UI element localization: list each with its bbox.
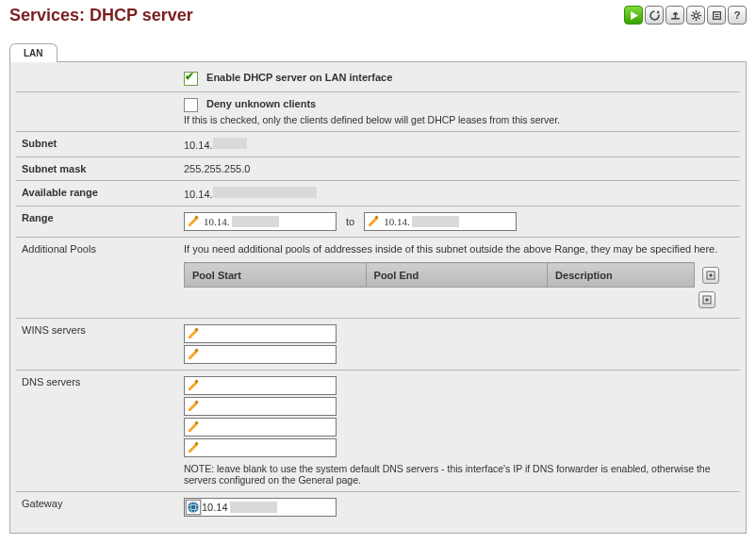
pencil-icon bbox=[365, 213, 382, 230]
add-pool-button[interactable] bbox=[698, 291, 715, 308]
redacted-value bbox=[412, 216, 459, 227]
redacted-value bbox=[230, 502, 277, 513]
redacted-value bbox=[232, 216, 279, 227]
available-range-value: 10.14. bbox=[184, 189, 213, 200]
range-to-input[interactable]: 10.14. bbox=[364, 212, 517, 231]
log-icon[interactable] bbox=[707, 6, 726, 25]
reload-icon[interactable] bbox=[645, 6, 664, 25]
pencil-icon bbox=[185, 377, 202, 394]
empty-cell bbox=[16, 92, 178, 132]
pencil-icon bbox=[185, 419, 202, 436]
gateway-text: 10.14 bbox=[202, 502, 228, 513]
range-to-separator: to bbox=[346, 216, 354, 227]
dns-server-1-input[interactable] bbox=[184, 376, 337, 395]
available-range-label: Available range bbox=[16, 181, 178, 206]
gateway-label: Gateway bbox=[16, 491, 178, 523]
pencil-icon bbox=[185, 346, 202, 363]
deny-unknown-label: Deny unknown clients bbox=[206, 98, 316, 109]
empty-cell bbox=[16, 66, 178, 92]
add-pool-button[interactable] bbox=[702, 267, 719, 284]
mask-label: Subnet mask bbox=[16, 157, 178, 181]
globe-icon bbox=[185, 499, 202, 516]
svg-rect-11 bbox=[713, 11, 720, 19]
svg-line-7 bbox=[692, 11, 694, 13]
pool-start-header: Pool Start bbox=[185, 263, 367, 288]
pool-end-header: Pool End bbox=[366, 263, 548, 288]
svg-line-8 bbox=[698, 17, 699, 19]
range-to-text: 10.14. bbox=[382, 216, 410, 227]
config-panel: Enable DHCP server on LAN interface Deny… bbox=[9, 61, 747, 534]
svg-line-10 bbox=[692, 17, 694, 19]
settings-icon[interactable] bbox=[686, 6, 705, 25]
dns-note: NOTE: leave blank to use the system defa… bbox=[184, 463, 734, 486]
svg-marker-1 bbox=[656, 10, 659, 13]
svg-line-9 bbox=[698, 11, 699, 13]
page-title: Services: DHCP server bbox=[9, 6, 193, 25]
wins-server-1-input[interactable] bbox=[184, 324, 337, 343]
range-from-text: 10.14. bbox=[202, 216, 230, 227]
subnet-value: 10.14. bbox=[184, 140, 213, 151]
enable-dhcp-label: Enable DHCP server on LAN interface bbox=[206, 72, 392, 83]
gateway-input[interactable]: 10.14 bbox=[184, 498, 337, 517]
redacted-value bbox=[213, 187, 317, 198]
pencil-icon bbox=[185, 325, 202, 342]
pencil-icon bbox=[185, 213, 202, 230]
pool-desc-header: Description bbox=[548, 263, 695, 288]
dns-label: DNS servers bbox=[16, 370, 178, 491]
svg-marker-0 bbox=[631, 11, 638, 20]
tab-lan[interactable]: LAN bbox=[9, 43, 58, 62]
start-service-icon[interactable] bbox=[624, 6, 643, 25]
deny-unknown-help: If this is checked, only the clients def… bbox=[184, 114, 734, 125]
svg-point-2 bbox=[694, 13, 698, 17]
dns-server-2-input[interactable] bbox=[184, 397, 337, 416]
dns-server-3-input[interactable] bbox=[184, 418, 337, 437]
upload-icon[interactable] bbox=[666, 6, 684, 25]
service-icon-bar: ? bbox=[624, 6, 747, 25]
help-icon[interactable]: ? bbox=[728, 6, 747, 25]
pools-table: Pool Start Pool End Description bbox=[184, 262, 734, 312]
pencil-icon bbox=[185, 439, 202, 456]
wins-label: WINS servers bbox=[16, 318, 178, 370]
subnet-label: Subnet bbox=[16, 132, 178, 157]
pencil-icon bbox=[185, 398, 202, 415]
mask-value: 255.255.255.0 bbox=[178, 157, 740, 181]
range-label: Range bbox=[16, 206, 178, 238]
range-from-input[interactable]: 10.14. bbox=[184, 212, 337, 231]
dns-server-4-input[interactable] bbox=[184, 438, 337, 457]
pools-label: Additional Pools bbox=[16, 238, 178, 319]
redacted-value bbox=[213, 138, 247, 149]
enable-dhcp-checkbox[interactable] bbox=[184, 72, 198, 86]
svg-point-37 bbox=[188, 502, 199, 513]
pools-help: If you need additional pools of addresse… bbox=[184, 243, 734, 255]
wins-server-2-input[interactable] bbox=[184, 345, 337, 364]
deny-unknown-checkbox[interactable] bbox=[184, 98, 198, 112]
